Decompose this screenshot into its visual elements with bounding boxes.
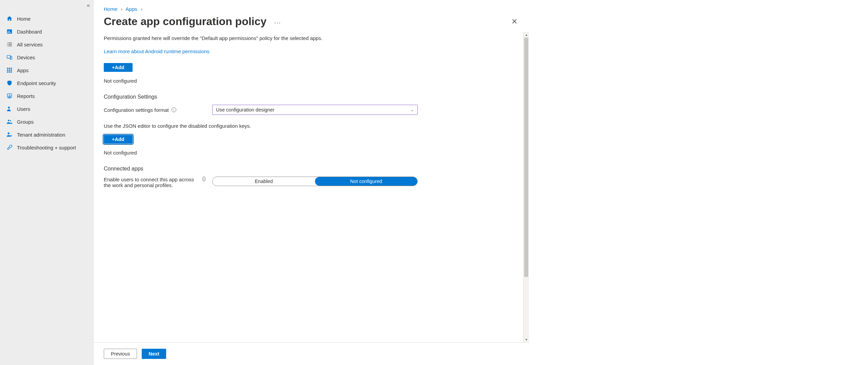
svg-rect-25 [8,98,10,98]
toggle-enabled[interactable]: Enabled [213,177,315,186]
scroll-wrap: Permissions granted here will override t… [94,32,529,342]
more-actions-icon[interactable]: ⋯ [274,19,281,26]
breadcrumb-apps[interactable]: Apps [126,6,137,12]
sidebar-item-label: Devices [17,55,35,60]
sidebar-item-dashboard[interactable]: Dashboard [0,25,93,38]
svg-point-29 [8,133,9,134]
scroll-content: Permissions granted here will override t… [94,32,529,342]
sidebar-item-label: Dashboard [17,29,42,35]
groups-icon [6,118,13,125]
wrench-icon [6,144,13,151]
config-format-label: Configuration settings format [104,107,169,113]
scroll-up-arrow-icon[interactable]: ▴ [526,32,527,38]
sidebar-item-label: All services [17,42,43,47]
sidebar-item-label: Groups [17,119,34,125]
config-format-label-cell: Configuration settings format i [104,107,205,113]
sidebar-item-tenant-administration[interactable]: Tenant administration [0,128,93,141]
config-format-value: Use configuration designer [216,107,275,113]
sidebar-item-apps[interactable]: Apps [0,64,93,77]
sidebar-item-label: Users [17,106,30,112]
scrollbar-thumb[interactable] [524,38,528,277]
sidebar-item-devices[interactable]: Devices [0,51,93,64]
connected-apps-row: Enable users to connect this app across … [104,177,515,188]
config-format-select[interactable]: Use configuration designer ⌄ [212,105,418,115]
sidebar-item-label: Reports [17,93,35,99]
configuration-settings-title: Configuration Settings [104,94,515,100]
breadcrumb-separator: › [119,6,124,12]
connected-apps-title: Connected apps [104,166,515,172]
previous-button[interactable]: Previous [104,349,137,359]
scrollbar-track[interactable] [524,38,529,337]
sidebar-item-label: Tenant administration [17,132,65,138]
add-permission-button[interactable]: +Add [104,63,133,72]
sidebar-item-users[interactable]: Users [0,102,93,115]
svg-rect-17 [11,69,12,71]
page-title: Create app configuration policy [104,15,267,28]
sidebar-item-troubleshooting[interactable]: Troubleshooting + support [0,141,93,154]
connected-apps-toggle: Enabled Not configured [212,177,418,186]
toggle-not-configured[interactable]: Not configured [315,177,417,186]
configuration-status: Not configured [104,150,515,156]
permissions-status: Not configured [104,78,515,84]
vertical-scrollbar[interactable]: ▴ ▾ [523,32,529,342]
svg-rect-4 [7,43,8,43]
close-icon[interactable]: ✕ [510,17,519,27]
sidebar-item-label: Apps [17,67,28,73]
permissions-description: Permissions granted here will override t… [104,35,515,41]
connected-apps-label: Enable users to connect this app across … [104,177,200,188]
svg-point-27 [8,120,9,121]
blank-region [529,0,868,365]
svg-rect-22 [8,96,9,97]
sidebar-item-label: Endpoint security [17,80,56,86]
svg-point-26 [8,107,10,108]
sidebar-item-groups[interactable]: Groups [0,115,93,128]
svg-rect-16 [9,69,10,71]
svg-rect-23 [9,95,10,97]
connected-apps-label-cell: Enable users to connect this app across … [104,177,205,188]
svg-rect-18 [7,72,8,73]
sidebar-item-all-services[interactable]: All services [0,38,93,51]
svg-rect-14 [11,68,12,69]
sidebar-item-label: Home [17,16,31,22]
svg-rect-11 [10,56,12,59]
sidebar: « Home Dashboard All services Devices [0,0,94,365]
svg-rect-9 [8,46,12,46]
user-icon [6,105,13,112]
scroll-down-arrow-icon[interactable]: ▾ [526,337,527,342]
next-button[interactable]: Next [142,349,166,359]
info-icon[interactable]: i [172,107,176,112]
sidebar-item-endpoint-security[interactable]: Endpoint security [0,77,93,89]
breadcrumb-home[interactable]: Home [104,6,117,12]
list-icon [6,41,13,48]
shield-icon [6,80,13,86]
svg-rect-19 [9,72,10,73]
svg-rect-6 [7,44,8,45]
tenant-admin-icon [6,131,13,138]
dashboard-icon [6,28,13,35]
svg-rect-8 [7,46,8,46]
sidebar-collapse-icon[interactable]: « [87,3,90,8]
svg-rect-15 [7,69,8,71]
sidebar-item-home[interactable]: Home [0,12,93,25]
learn-more-link[interactable]: Learn more about Android runtime permiss… [104,48,210,54]
config-format-row: Configuration settings format i Use conf… [104,105,515,115]
svg-rect-24 [10,96,11,97]
svg-rect-20 [11,72,12,73]
sidebar-item-reports[interactable]: Reports [0,89,93,102]
svg-rect-1 [8,32,8,33]
footer-buttons: Previous Next [94,342,529,365]
devices-icon [6,54,13,61]
sidebar-item-label: Troubleshooting + support [17,145,76,150]
breadcrumb-separator: › [139,6,144,12]
sidebar-list: Home Dashboard All services Devices Apps [0,12,93,154]
home-icon [6,15,13,22]
info-icon[interactable]: i [202,177,205,181]
main-panel: Home › Apps › Create app configuration p… [94,0,529,365]
add-configuration-button[interactable]: +Add [104,135,133,144]
svg-rect-12 [7,68,8,69]
svg-point-28 [10,120,11,122]
svg-rect-13 [9,68,10,69]
svg-rect-3 [10,32,11,33]
breadcrumb: Home › Apps › [94,0,529,12]
svg-rect-2 [9,31,9,33]
